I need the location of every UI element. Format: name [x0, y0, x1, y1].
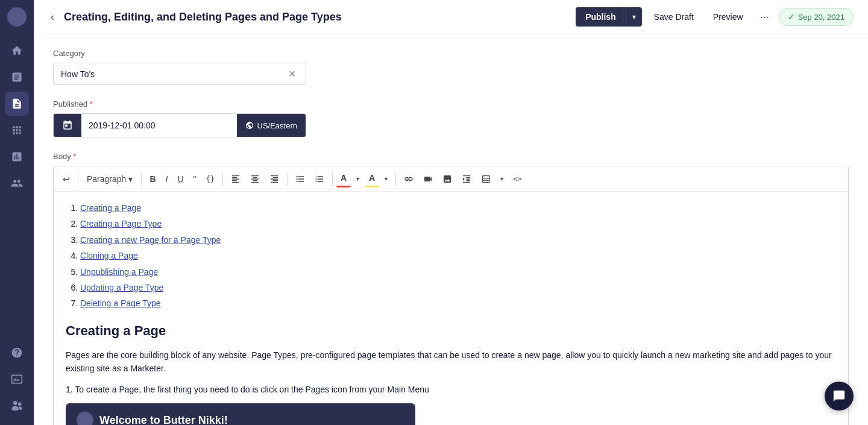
section-heading: Creating a Page — [66, 320, 836, 341]
toolbar-divider-3 — [222, 172, 223, 186]
content-area: Category ✕ Published * US/Eastern — [34, 34, 868, 425]
toc-link-6[interactable]: Updating a Page Type — [80, 283, 163, 292]
page-header: ‹ Creating, Editing, and Deleting Pages … — [34, 0, 868, 34]
status-badge: ✓ Sep 20, 2021 — [779, 8, 854, 26]
align-left-button[interactable] — [227, 171, 245, 187]
timezone-label: US/Eastern — [257, 121, 297, 130]
sidebar-item-settings[interactable] — [5, 394, 29, 418]
category-input-wrapper: ✕ — [53, 63, 306, 85]
ordered-list-button[interactable] — [310, 171, 329, 187]
sidebar-item-users[interactable] — [5, 171, 29, 195]
list-item: Creating a new Page for a Page Type — [80, 233, 836, 247]
video-button[interactable] — [419, 171, 437, 187]
image-preview-card: Welcome to Butter Nikki! — [66, 403, 415, 425]
list-item: Updating a Page Type — [80, 281, 836, 294]
italic-button[interactable]: I — [162, 171, 172, 187]
category-clear-button[interactable]: ✕ — [286, 68, 298, 80]
body-field-group: Body * ↩ Paragraph ▾ B I U " {} — [53, 152, 849, 425]
toolbar-divider-2 — [141, 172, 142, 186]
section-body-text: Pages are the core building block of any… — [66, 348, 836, 376]
highlight-button[interactable]: A — [365, 170, 379, 187]
published-label: Published * — [53, 99, 849, 109]
highlight-dropdown-button[interactable]: ▾ — [380, 172, 392, 185]
image-preview-avatar — [77, 412, 93, 425]
toolbar-divider-4 — [287, 172, 288, 186]
bold-button[interactable]: B — [145, 171, 160, 187]
table-button[interactable] — [477, 171, 495, 187]
body-label: Body * — [53, 152, 849, 161]
category-label: Category — [53, 49, 849, 58]
toolbar-divider-1 — [78, 172, 78, 186]
date-input[interactable] — [81, 114, 237, 137]
toolbar-divider-5 — [332, 172, 333, 186]
publish-dropdown-button[interactable]: ▾ — [626, 7, 642, 27]
sidebar-item-apps[interactable] — [5, 118, 29, 142]
sidebar — [0, 0, 34, 425]
image-preview-header: Welcome to Butter Nikki! — [67, 405, 414, 425]
step-1-text: 1. To create a Page, the first thing you… — [66, 383, 836, 396]
sidebar-item-blog[interactable] — [5, 65, 29, 89]
underline-button[interactable]: U — [173, 171, 187, 187]
sidebar-item-media[interactable] — [5, 367, 29, 391]
image-button[interactable] — [438, 171, 456, 187]
link-button[interactable] — [400, 171, 418, 187]
user-avatar[interactable] — [7, 7, 27, 27]
code-inline-button[interactable]: {} — [202, 172, 219, 186]
toc-link-3[interactable]: Creating a new Page for a Page Type — [80, 235, 221, 245]
sidebar-item-components[interactable] — [5, 145, 29, 169]
sidebar-item-help[interactable] — [5, 341, 29, 365]
toc-link-5[interactable]: Unpublishing a Page — [80, 267, 158, 277]
align-right-button[interactable] — [265, 171, 283, 187]
list-item: Creating a Page — [80, 201, 836, 215]
table-of-contents: Creating a Page Creating a Page Type Cre… — [66, 201, 836, 310]
preview-button[interactable]: Preview — [706, 7, 750, 27]
chat-button[interactable] — [825, 382, 854, 411]
toc-link-7[interactable]: Deleting a Page Type — [80, 298, 161, 308]
bullet-list-button[interactable] — [291, 171, 309, 187]
table-dropdown-button[interactable]: ▾ — [496, 172, 508, 185]
check-icon: ✓ — [788, 12, 795, 22]
undo-button[interactable]: ↩ — [58, 171, 74, 187]
publish-button[interactable]: Publish — [576, 7, 626, 27]
published-field-group: Published * US/Eastern — [53, 99, 849, 137]
sidebar-item-pages[interactable] — [5, 92, 29, 116]
toolbar-divider-6 — [395, 172, 396, 186]
date-row: US/Eastern — [53, 113, 306, 137]
back-button[interactable]: ‹ — [48, 8, 57, 26]
blockquote-button[interactable]: " — [189, 171, 201, 187]
toc-link-2[interactable]: Creating a Page Type — [80, 219, 162, 228]
paragraph-select-button[interactable]: Paragraph ▾ — [82, 172, 137, 186]
calendar-button[interactable] — [54, 114, 81, 137]
indent-button[interactable] — [458, 171, 476, 187]
header-actions: Publish ▾ Save Draft Preview ··· ✓ Sep 2… — [576, 7, 854, 27]
editor-toolbar: ↩ Paragraph ▾ B I U " {} — [54, 166, 848, 192]
category-field-group: Category ✕ — [53, 49, 849, 85]
save-draft-button[interactable]: Save Draft — [647, 7, 701, 27]
rich-text-editor: ↩ Paragraph ▾ B I U " {} — [53, 166, 849, 425]
list-item: Deleting a Page Type — [80, 297, 836, 310]
list-item: Cloning a Page — [80, 249, 836, 262]
more-options-button[interactable]: ··· — [755, 8, 774, 26]
page-title: Creating, Editing, and Deleting Pages an… — [64, 11, 568, 24]
timezone-button[interactable]: US/Eastern — [237, 114, 306, 137]
toc-link-1[interactable]: Creating a Page — [80, 203, 141, 213]
sidebar-item-home[interactable] — [5, 39, 29, 63]
image-preview-title: Welcome to Butter Nikki! — [99, 412, 228, 425]
font-color-dropdown-button[interactable]: ▾ — [352, 172, 363, 185]
list-item: Unpublishing a Page — [80, 265, 836, 279]
list-item: Creating a Page Type — [80, 217, 836, 230]
embed-button[interactable]: <> — [509, 172, 526, 186]
status-date: Sep 20, 2021 — [798, 13, 844, 22]
category-input[interactable] — [61, 69, 286, 79]
publish-button-group: Publish ▾ — [576, 7, 642, 27]
align-center-button[interactable] — [246, 171, 264, 187]
font-color-button[interactable]: A — [336, 170, 351, 187]
main-content: ‹ Creating, Editing, and Deleting Pages … — [34, 0, 868, 425]
editor-content-area[interactable]: Creating a Page Creating a Page Type Cre… — [54, 192, 848, 425]
toc-link-4[interactable]: Cloning a Page — [80, 251, 138, 260]
